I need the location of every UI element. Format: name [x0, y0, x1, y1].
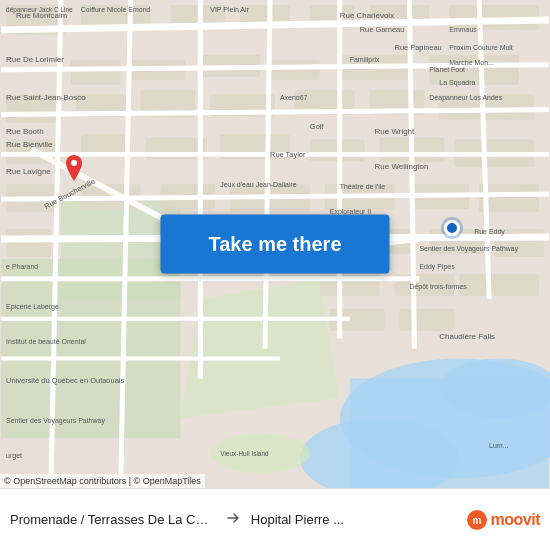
svg-text:Chaudière Falls: Chaudière Falls [439, 332, 495, 341]
svg-text:Proxim Couture Mult: Proxim Couture Mult [449, 44, 513, 51]
bottom-bar: Promenade / Terrasses De La Ch... Hopita… [0, 488, 550, 550]
svg-text:Jeux d'eau Jean-Dallaire: Jeux d'eau Jean-Dallaire [220, 181, 297, 188]
moovit-logo: m moovit [466, 509, 540, 531]
svg-text:Déapanneur Los Andes: Déapanneur Los Andes [429, 94, 502, 102]
svg-text:Coiffure Nicole Emond: Coiffure Nicole Emond [81, 6, 151, 13]
app: Rue Montcalm Coiffure Nicole Emond dépan… [0, 0, 550, 550]
svg-text:Epicerie Laberge: Epicerie Laberge [6, 303, 59, 311]
route-from: Promenade / Terrasses De La Ch... [10, 512, 215, 527]
moovit-icon: m [466, 509, 488, 531]
svg-text:VIP Plein Air: VIP Plein Air [210, 6, 249, 13]
destination-pin [62, 155, 86, 185]
svg-text:Lum...: Lum... [489, 442, 508, 449]
svg-text:Rue Booth: Rue Booth [6, 127, 44, 136]
svg-text:Rue Papineau: Rue Papineau [395, 43, 442, 52]
svg-text:Rue Lavigne: Rue Lavigne [6, 167, 51, 176]
svg-rect-16 [71, 60, 121, 85]
svg-text:Rue De Lorimier: Rue De Lorimier [6, 55, 64, 64]
svg-text:Rue Saint-Jean-Bosco: Rue Saint-Jean-Bosco [6, 93, 86, 102]
svg-text:Sentier des Voyageurs Pathway: Sentier des Voyageurs Pathway [6, 417, 105, 425]
svg-text:Axeno67: Axeno67 [280, 94, 308, 101]
svg-rect-52 [399, 309, 454, 331]
svg-marker-3 [180, 279, 339, 418]
route-to: Hopital Pierre ... [251, 512, 456, 527]
svg-text:Vieux-Hull Island: Vieux-Hull Island [220, 450, 269, 457]
svg-text:Rue Taylor: Rue Taylor [270, 150, 306, 159]
arrow-icon [225, 510, 241, 530]
svg-text:Rue Bienville: Rue Bienville [6, 140, 53, 149]
moovit-brand-text: moovit [491, 511, 540, 529]
svg-text:Marche Mon...: Marche Mon... [449, 59, 494, 66]
map-container: Rue Montcalm Coiffure Nicole Emond dépan… [0, 0, 550, 488]
current-location-dot [444, 220, 460, 236]
to-label: Hopital Pierre ... [251, 512, 344, 527]
svg-rect-50 [459, 274, 539, 296]
svg-text:Rue Eddy: Rue Eddy [474, 228, 505, 236]
svg-text:Université du Québec en Outaou: Université du Québec en Outaouais [6, 376, 124, 385]
svg-text:La Squadra: La Squadra [439, 79, 475, 87]
svg-text:Rue Wellington: Rue Wellington [375, 162, 429, 171]
svg-text:Emmaus: Emmaus [449, 26, 477, 33]
svg-text:Eddy Pipes: Eddy Pipes [419, 263, 455, 271]
svg-text:Sentier des Voyageurs Pathway: Sentier des Voyageurs Pathway [419, 245, 518, 253]
svg-text:Golf: Golf [310, 122, 325, 131]
take-me-there-button[interactable]: Take me there [160, 215, 389, 274]
map-attribution: © OpenStreetMap contributors | © OpenMap… [0, 474, 205, 488]
svg-text:urget: urget [6, 452, 22, 460]
svg-rect-19 [270, 60, 320, 80]
svg-text:Rue Charlevoix: Rue Charlevoix [340, 11, 394, 20]
svg-text:dépanneur Jack C Line: dépanneur Jack C Line [6, 6, 73, 14]
svg-text:Planet Foot: Planet Foot [429, 66, 465, 73]
svg-text:Institut de beauté Oriental: Institut de beauté Oriental [6, 338, 86, 345]
svg-rect-43 [6, 229, 51, 257]
svg-text:m: m [472, 515, 481, 526]
from-label: Promenade / Terrasses De La Ch... [10, 512, 210, 527]
svg-point-113 [71, 160, 77, 166]
svg-text:Rue Wright: Rue Wright [375, 127, 415, 136]
svg-text:e Pharand: e Pharand [6, 263, 38, 270]
svg-text:Dépôt trois-formes: Dépôt trois-formes [409, 283, 467, 291]
svg-text:Rue Garneau: Rue Garneau [360, 25, 405, 34]
svg-text:Théatre de l'ile: Théatre de l'ile [340, 183, 386, 190]
svg-text:Familiprix: Familiprix [350, 56, 380, 64]
